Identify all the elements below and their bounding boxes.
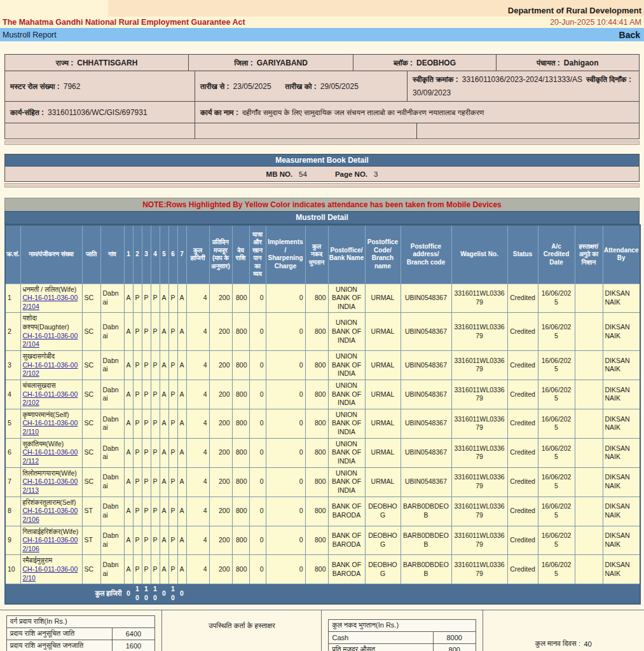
work-code-cell: कार्य-संहित : 3316011036/WC/GIS/697931: [5, 102, 195, 123]
attendance-day: A: [177, 526, 186, 555]
attendance-day: P: [151, 555, 160, 584]
credited-date: 16/06/2025: [538, 284, 575, 313]
back-button[interactable]: Back: [619, 30, 640, 40]
work-info-table: राज्य : CHHATTISGARH जिला : GARIYABAND ब…: [4, 54, 640, 139]
attendance-taker-signature-label: उपस्थिति कर्ता के हस्ताक्षर: [209, 622, 275, 630]
measurement-book-section: Measurement Book Detail MB NO. 54 Page N…: [4, 154, 640, 182]
col-wagelist: Wagelist No.: [451, 225, 507, 284]
implements-charge: 0: [266, 555, 305, 584]
signature: [575, 350, 603, 380]
signature: [575, 313, 603, 351]
serial-number: 7: [5, 467, 20, 497]
mb-no-value: 54: [299, 170, 307, 178]
attendance-by: DIKSAN NAIK: [603, 438, 640, 467]
muster-roll-cell: मस्टर रोल संख्या : 7962: [5, 71, 195, 101]
col-day-5: 5: [160, 225, 168, 284]
attendance-day: P: [151, 438, 160, 467]
empty-cell: [5, 123, 195, 139]
bank-name: BANK OF BARODA: [328, 526, 365, 555]
total-attendance: 4: [186, 526, 209, 555]
report-datetime: 20-Jun-2025 10:44:41 AM: [550, 18, 641, 27]
attendance-day: P: [151, 313, 160, 351]
job-card-link[interactable]: CH-16-011-036-002/106: [23, 507, 78, 523]
mustroll-detail-section: Mustroll Detail: [4, 211, 640, 224]
total-mandays-label: कुल मानव दिवस :: [535, 640, 580, 648]
attendance-day: P: [142, 526, 151, 555]
attendance-day: P: [151, 284, 160, 313]
village: Dabnai: [100, 467, 124, 497]
branch-name: DEOBHOG: [365, 555, 401, 584]
col-serial: क्र.सं.: [5, 225, 20, 284]
attendance-day: P: [142, 438, 151, 467]
attendance-day: A: [160, 438, 168, 467]
attendance-by: DIKSAN NAIK: [603, 313, 640, 351]
payable-amount: 800: [232, 467, 249, 497]
serial-number: 3: [5, 350, 20, 380]
attendance-day: A: [124, 409, 133, 438]
caste: SC: [82, 438, 100, 467]
job-card-link[interactable]: CH-16-011-036-002/102: [23, 361, 78, 378]
attendance-day: P: [142, 380, 151, 409]
worker-cell: चंचलासुखदासCH-16-011-036-002/102: [20, 380, 82, 409]
credited-date: 16/06/2025: [538, 409, 575, 438]
avg-per-worker-value: 800: [433, 643, 476, 651]
attendance-day: A: [177, 409, 186, 438]
day-total: 10: [133, 584, 142, 604]
worker-name: कृष्णापरमानंद(Self): [23, 411, 80, 420]
credited-date: 16/06/2025: [538, 497, 575, 526]
job-card-link[interactable]: CH-16-011-036-002/113: [23, 477, 78, 494]
attendance-day: P: [168, 438, 177, 467]
worker-name: सुखदासगोबीद: [23, 352, 80, 361]
attendance-day: P: [142, 409, 151, 438]
attendance-day: P: [168, 467, 177, 497]
col-village: गांव: [100, 225, 124, 284]
job-card-link[interactable]: CH-16-011-036-002/104: [23, 294, 78, 310]
table-row: 4चंचलासुखदासCH-16-011-036-002/102SCDabna…: [5, 380, 640, 409]
branch-name: URMAL: [365, 438, 401, 467]
page-title: Mustroll Report: [3, 31, 57, 39]
village: Dabnai: [100, 497, 124, 526]
travel-expense: 0: [249, 526, 266, 555]
job-card-link[interactable]: CH-16-011-036-002/112: [23, 448, 78, 465]
job-card-link[interactable]: CH-16-011-036-002/102: [23, 390, 78, 407]
attendance-day: P: [133, 526, 142, 555]
daily-wage: 200: [209, 350, 232, 380]
job-card-link[interactable]: CH-16-011-036-002/10: [23, 565, 78, 582]
worker-name: सुकांतियम(Wife): [23, 440, 80, 449]
table-row: 1धनमती / ललित(Wife)CH-16-011-036-002/104…: [5, 284, 640, 313]
total-cash: 800: [305, 467, 328, 497]
mb-no-label: MB NO.: [266, 170, 293, 178]
travel-expense: 0: [249, 497, 266, 526]
job-card-link[interactable]: CH-16-011-036-002/106: [23, 536, 78, 552]
col-day-7: 7: [177, 225, 186, 284]
job-card-link[interactable]: CH-16-011-036-002/104: [23, 332, 78, 348]
bank-name: UNION BANK OF INDIA: [328, 313, 365, 351]
implements-charge: 0: [266, 380, 305, 409]
district-label: जिला :: [235, 58, 253, 67]
attendance-day: A: [177, 467, 186, 497]
signature: [575, 409, 603, 438]
cash-payment-section: कुल नकद भुगतान(In Rs.) Cash 8000 प्रति म…: [322, 610, 483, 651]
col-day-1: 1: [124, 225, 133, 284]
wagelist-no: 3316011WL033679: [451, 526, 507, 555]
serial-number: 6: [5, 438, 20, 467]
attendance-by: DIKSAN NAIK: [603, 555, 640, 584]
total-attendance-label: कुल हाजिरी: [5, 584, 124, 604]
total-cash: 800: [305, 438, 328, 467]
signature: [575, 555, 603, 584]
day-total: 0: [160, 584, 168, 604]
wagelist-no: 3316011WL033679: [451, 284, 507, 313]
panchayat-cell: पंचायत : Dahigaon: [497, 55, 639, 71]
mustroll-table: क्र.सं. नाम/पंजीकरण संख्या जाति गांव 1 2…: [4, 224, 641, 605]
attendance-day: P: [168, 380, 177, 409]
status: Credited: [507, 284, 538, 313]
col-total-cash: कुल नकद भुगतान: [305, 225, 328, 284]
district-value: GARIYABAND: [257, 58, 308, 67]
job-card-link[interactable]: CH-16-011-036-002/110: [23, 419, 78, 435]
daily-wage: 200: [209, 526, 232, 555]
branch-name: URMAL: [365, 313, 401, 351]
summary-section: वर्ग प्रदाय राशि(In Rs.) प्रदाय राशि अनु…: [0, 610, 644, 651]
panchayat-value: Dahigaon: [564, 58, 599, 67]
attendance-by: DIKSAN NAIK: [603, 467, 640, 497]
payable-amount: 800: [232, 555, 249, 584]
